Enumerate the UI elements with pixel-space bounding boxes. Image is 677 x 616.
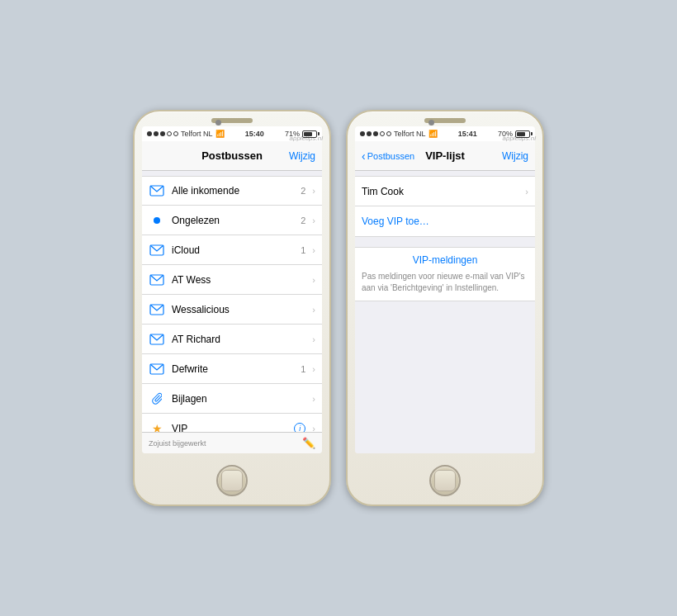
battery-icon-2 xyxy=(515,130,530,138)
camera-1 xyxy=(215,120,221,126)
chevron-atwess: › xyxy=(312,275,315,285)
signal-1 xyxy=(147,131,178,136)
chevron-icloud: › xyxy=(312,245,315,255)
phone-1-top xyxy=(135,111,329,126)
paperclip-icon xyxy=(149,392,165,405)
dot2b xyxy=(367,131,372,136)
mailbox-badge-alle: 2 xyxy=(301,186,305,196)
dot4b xyxy=(380,131,385,136)
carrier-2: Telfort NL xyxy=(394,130,426,138)
mailbox-label-atrichard: AT Richard xyxy=(172,334,305,345)
mailbox-label-ongelezen: Ongelezen xyxy=(172,215,294,226)
vip-contact-timcook[interactable]: Tim Cook › xyxy=(355,177,535,206)
phone-2-bottom xyxy=(348,460,542,505)
mailbox-item-bijlagen[interactable]: Bijlagen › xyxy=(142,384,322,414)
phone-2-top xyxy=(348,111,542,126)
time-2: 15:41 xyxy=(458,130,477,138)
dot1 xyxy=(147,131,152,136)
chevron-vip: › xyxy=(312,424,315,433)
bottom-bar-1: Zojuist bijgewerkt ✏️ xyxy=(142,432,322,453)
dot2 xyxy=(154,131,159,136)
camera-2 xyxy=(428,120,434,126)
vip-list-section: Tim Cook › Voeg VIP toe… xyxy=(355,176,535,237)
nav-title-1: Postbussen xyxy=(201,149,263,162)
phone-1-bottom xyxy=(135,460,329,505)
last-updated: Zojuist bijgewerkt xyxy=(149,439,206,448)
icloud-icon xyxy=(149,244,165,257)
nav-title-2: VIP-lijst xyxy=(425,149,465,162)
mailbox-item-alle[interactable]: Alle inkomende 2 › xyxy=(142,176,322,206)
status-left-2: Telfort NL 📶 xyxy=(360,130,438,138)
battery-fill-2 xyxy=(517,132,525,136)
signal-2 xyxy=(360,131,391,136)
mailbox-item-atrichard[interactable]: AT Richard › xyxy=(142,325,322,354)
mailbox-label-wessalicious: Wessalicious xyxy=(172,304,305,315)
phone-1: appletips.nl Telfort NL 📶 15:40 xyxy=(133,110,331,506)
phones-container: appletips.nl Telfort NL 📶 15:40 xyxy=(133,110,544,506)
time-1: 15:40 xyxy=(245,130,264,138)
battery-icon-1 xyxy=(302,130,317,138)
status-left-1: Telfort NL 📶 xyxy=(147,130,225,138)
info-icon-vip[interactable]: i xyxy=(294,423,305,433)
vip-content: Tim Cook › Voeg VIP toe… VIP-meldingen P… xyxy=(355,171,535,453)
nav-back[interactable]: ‹ Postbussen xyxy=(362,149,414,163)
phone-2: appletips.nl Telfort NL 📶 15:41 xyxy=(346,110,544,506)
mailbox-label-bijlagen: Bijlagen xyxy=(172,393,305,405)
chevron-ongelezen: › xyxy=(312,216,315,225)
add-vip-label: Voeg VIP toe… xyxy=(362,216,528,227)
inbox-icon-atrichard xyxy=(149,333,165,346)
dot3 xyxy=(160,131,165,136)
dot4 xyxy=(167,131,172,136)
vip-name-timcook: Tim Cook xyxy=(362,186,525,197)
vip-info-title[interactable]: VIP-meldingen xyxy=(362,254,528,266)
home-inner-2 xyxy=(434,470,456,491)
add-vip-item[interactable]: Voeg VIP toe… xyxy=(355,206,535,236)
mailbox-item-ongelezen[interactable]: Ongelezen 2 › xyxy=(142,206,322,235)
nav-bar-1: Postbussen Wijzig xyxy=(142,141,322,171)
mailbox-item-wessalicious[interactable]: Wessalicious › xyxy=(142,295,322,325)
dot1b xyxy=(360,131,365,136)
chevron-bijlagen: › xyxy=(312,394,315,404)
inbox-icon-defwrite xyxy=(149,362,165,376)
dot5b xyxy=(386,131,391,136)
nav-right-2[interactable]: Wijzig xyxy=(502,150,528,162)
mailbox-label-icloud: iCloud xyxy=(172,244,294,256)
mailbox-item-defwrite[interactable]: Defwrite 1 › xyxy=(142,354,322,384)
inbox-icon-atwess xyxy=(149,273,165,287)
inbox-icon-wessalicious xyxy=(149,303,165,316)
nav-bar-2: ‹ Postbussen VIP-lijst Wijzig xyxy=(355,141,535,171)
screen-1: Telfort NL 📶 15:40 71% Postbussen Wijzig xyxy=(142,126,322,453)
chevron-defwrite: › xyxy=(312,364,315,374)
mailbox-badge-defwrite: 1 xyxy=(301,364,305,374)
home-inner-1 xyxy=(221,470,243,491)
mailbox-label-alle: Alle inkomende xyxy=(172,185,294,197)
mailbox-list: Alle inkomende 2 › Ongelezen 2 › xyxy=(142,171,322,432)
home-button-2[interactable] xyxy=(429,465,461,496)
nav-back-label: Postbussen xyxy=(367,151,414,161)
mailbox-label-defwrite: Defwrite xyxy=(172,363,294,375)
chevron-alle: › xyxy=(312,186,315,196)
mailbox-label-atwess: AT Wess xyxy=(172,274,299,286)
home-button-1[interactable] xyxy=(216,465,248,496)
dot5 xyxy=(173,131,178,136)
screen-2: Telfort NL 📶 15:41 70% ‹ Postbussen VIP-… xyxy=(355,126,535,453)
star-icon-vip: ★ xyxy=(149,422,165,433)
chevron-wessalicious: › xyxy=(312,305,315,315)
battery-fill-1 xyxy=(304,132,312,136)
mailbox-item-icloud[interactable]: iCloud 1 › xyxy=(142,235,322,265)
mailbox-label-vip: VIP xyxy=(172,423,287,433)
chevron-back-icon: ‹ xyxy=(362,149,366,163)
star: ★ xyxy=(152,422,163,433)
chevron-timcook: › xyxy=(525,187,528,197)
dot3b xyxy=(373,131,378,136)
mailbox-item-vip[interactable]: ★ VIP i › xyxy=(142,414,322,432)
wifi-1: 📶 xyxy=(215,130,225,138)
compose-icon[interactable]: ✏️ xyxy=(302,437,315,449)
carrier-1: Telfort NL xyxy=(181,130,213,138)
vip-info-section: VIP-meldingen Pas meldingen voor nieuwe … xyxy=(355,247,535,301)
mailbox-badge-icloud: 1 xyxy=(301,245,305,255)
nav-right-1[interactable]: Wijzig xyxy=(289,150,315,162)
blue-dot xyxy=(154,217,160,224)
mailbox-item-atwess[interactable]: AT Wess › xyxy=(142,265,322,295)
dot-icon-ongelezen xyxy=(149,214,165,227)
